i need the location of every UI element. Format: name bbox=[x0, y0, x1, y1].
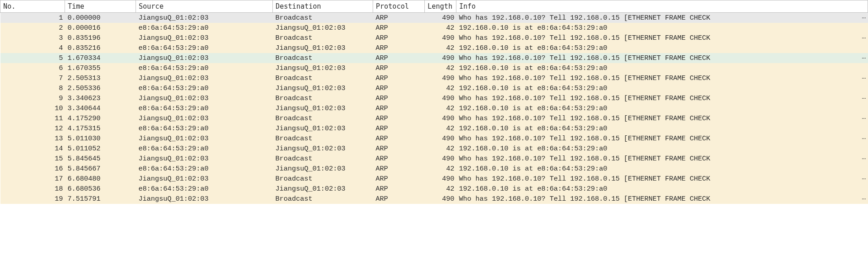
cell-source: JiangsuQ_01:02:03 bbox=[136, 93, 273, 103]
cell-protocol: ARP bbox=[373, 113, 425, 123]
cell-time: 0.835196 bbox=[65, 33, 136, 43]
column-header-length[interactable]: Length bbox=[425, 0, 456, 13]
cell-info: Who has 192.168.0.10? Tell 192.168.0.15 … bbox=[456, 13, 868, 23]
table-row[interactable]: 124.175315e8:6a:64:53:29:a0JiangsuQ_01:0… bbox=[0, 123, 868, 133]
cell-length: 490 bbox=[425, 73, 456, 83]
cell-destination: Broadcast bbox=[273, 194, 373, 204]
ellipsis-icon: … bbox=[862, 154, 866, 161]
cell-destination: Broadcast bbox=[273, 53, 373, 63]
cell-destination: Broadcast bbox=[273, 133, 373, 144]
table-row[interactable]: 10.000000JiangsuQ_01:02:03BroadcastARP49… bbox=[0, 13, 868, 23]
table-row[interactable]: 145.011052e8:6a:64:53:29:a0JiangsuQ_01:0… bbox=[0, 144, 868, 154]
cell-source: e8:6a:64:53:29:a0 bbox=[136, 184, 273, 194]
cell-time: 6.680480 bbox=[65, 174, 136, 184]
cell-length: 42 bbox=[425, 184, 456, 194]
table-row[interactable]: 155.845645JiangsuQ_01:02:03BroadcastARP4… bbox=[0, 154, 868, 164]
cell-protocol: ARP bbox=[373, 133, 425, 144]
cell-no: 2 bbox=[0, 23, 65, 33]
cell-protocol: ARP bbox=[373, 174, 425, 184]
cell-time: 5.011052 bbox=[65, 144, 136, 154]
cell-source: e8:6a:64:53:29:a0 bbox=[136, 23, 273, 33]
cell-source: e8:6a:64:53:29:a0 bbox=[136, 103, 273, 113]
cell-info: 192.168.0.10 is at e8:6a:64:53:29:a0 bbox=[456, 144, 868, 154]
cell-destination: Broadcast bbox=[273, 113, 373, 123]
cell-length: 42 bbox=[425, 123, 456, 133]
cell-no: 10 bbox=[0, 103, 65, 113]
cell-info: Who has 192.168.0.10? Tell 192.168.0.15 … bbox=[456, 133, 868, 144]
packet-list-table[interactable]: No. Time Source Destination Protocol Len… bbox=[0, 0, 868, 204]
cell-time: 1.670334 bbox=[65, 53, 136, 63]
cell-no: 14 bbox=[0, 144, 65, 154]
table-row[interactable]: 30.835196JiangsuQ_01:02:03BroadcastARP49… bbox=[0, 33, 868, 43]
cell-destination: JiangsuQ_01:02:03 bbox=[273, 83, 373, 93]
cell-source: e8:6a:64:53:29:a0 bbox=[136, 63, 273, 73]
cell-source: JiangsuQ_01:02:03 bbox=[136, 194, 273, 204]
table-row[interactable]: 135.011030JiangsuQ_01:02:03BroadcastARP4… bbox=[0, 133, 868, 144]
cell-info: 192.168.0.10 is at e8:6a:64:53:29:a0 bbox=[456, 63, 868, 73]
cell-time: 7.515791 bbox=[65, 194, 136, 204]
cell-destination: JiangsuQ_01:02:03 bbox=[273, 43, 373, 53]
cell-destination: Broadcast bbox=[273, 174, 373, 184]
cell-source: JiangsuQ_01:02:03 bbox=[136, 33, 273, 43]
cell-source: JiangsuQ_01:02:03 bbox=[136, 174, 273, 184]
cell-protocol: ARP bbox=[373, 33, 425, 43]
table-row[interactable]: 186.680536e8:6a:64:53:29:a0JiangsuQ_01:0… bbox=[0, 184, 868, 194]
cell-length: 42 bbox=[425, 83, 456, 93]
packet-list-header[interactable]: No. Time Source Destination Protocol Len… bbox=[0, 0, 868, 13]
cell-time: 4.175315 bbox=[65, 123, 136, 133]
cell-no: 7 bbox=[0, 73, 65, 83]
table-row[interactable]: 20.000016e8:6a:64:53:29:a0JiangsuQ_01:02… bbox=[0, 23, 868, 33]
cell-source: e8:6a:64:53:29:a0 bbox=[136, 83, 273, 93]
ellipsis-icon: … bbox=[862, 13, 866, 21]
cell-no: 15 bbox=[0, 154, 65, 164]
column-header-no[interactable]: No. bbox=[0, 0, 65, 13]
cell-source: JiangsuQ_01:02:03 bbox=[136, 53, 273, 63]
table-row[interactable]: 165.845667e8:6a:64:53:29:a0JiangsuQ_01:0… bbox=[0, 164, 868, 174]
cell-info: Who has 192.168.0.10? Tell 192.168.0.15 … bbox=[456, 53, 868, 63]
cell-source: JiangsuQ_01:02:03 bbox=[136, 154, 273, 164]
cell-length: 490 bbox=[425, 194, 456, 204]
table-row[interactable]: 82.505336e8:6a:64:53:29:a0JiangsuQ_01:02… bbox=[0, 83, 868, 93]
table-row[interactable]: 176.680480JiangsuQ_01:02:03BroadcastARP4… bbox=[0, 174, 868, 184]
cell-protocol: ARP bbox=[373, 83, 425, 93]
table-row[interactable]: 40.835216e8:6a:64:53:29:a0JiangsuQ_01:02… bbox=[0, 43, 868, 53]
cell-protocol: ARP bbox=[373, 13, 425, 23]
column-header-source[interactable]: Source bbox=[136, 0, 273, 13]
ellipsis-icon: … bbox=[862, 93, 866, 101]
cell-info: 192.168.0.10 is at e8:6a:64:53:29:a0 bbox=[456, 83, 868, 93]
table-row[interactable]: 197.515791JiangsuQ_01:02:03BroadcastARP4… bbox=[0, 194, 868, 204]
cell-info: 192.168.0.10 is at e8:6a:64:53:29:a0 bbox=[456, 164, 868, 174]
cell-protocol: ARP bbox=[373, 194, 425, 204]
cell-time: 2.505336 bbox=[65, 83, 136, 93]
cell-time: 0.000016 bbox=[65, 23, 136, 33]
ellipsis-icon: … bbox=[862, 133, 866, 141]
cell-time: 3.340623 bbox=[65, 93, 136, 103]
cell-no: 17 bbox=[0, 174, 65, 184]
packet-list-body[interactable]: 10.000000JiangsuQ_01:02:03BroadcastARP49… bbox=[0, 13, 868, 204]
table-row[interactable]: 72.505313JiangsuQ_01:02:03BroadcastARP49… bbox=[0, 73, 868, 83]
cell-destination: JiangsuQ_01:02:03 bbox=[273, 184, 373, 194]
column-header-info[interactable]: Info bbox=[456, 0, 868, 13]
column-header-protocol[interactable]: Protocol bbox=[373, 0, 425, 13]
cell-source: JiangsuQ_01:02:03 bbox=[136, 113, 273, 123]
cell-destination: JiangsuQ_01:02:03 bbox=[273, 63, 373, 73]
cell-no: 19 bbox=[0, 194, 65, 204]
cell-source: e8:6a:64:53:29:a0 bbox=[136, 144, 273, 154]
cell-length: 490 bbox=[425, 174, 456, 184]
cell-no: 13 bbox=[0, 133, 65, 144]
cell-time: 0.835216 bbox=[65, 43, 136, 53]
table-row[interactable]: 61.670355e8:6a:64:53:29:a0JiangsuQ_01:02… bbox=[0, 63, 868, 73]
table-row[interactable]: 93.340623JiangsuQ_01:02:03BroadcastARP49… bbox=[0, 93, 868, 103]
table-row[interactable]: 51.670334JiangsuQ_01:02:03BroadcastARP49… bbox=[0, 53, 868, 63]
cell-source: JiangsuQ_01:02:03 bbox=[136, 133, 273, 144]
cell-no: 5 bbox=[0, 53, 65, 63]
cell-destination: Broadcast bbox=[273, 154, 373, 164]
column-header-destination[interactable]: Destination bbox=[273, 0, 373, 13]
cell-info: Who has 192.168.0.10? Tell 192.168.0.15 … bbox=[456, 113, 868, 123]
cell-destination: Broadcast bbox=[273, 73, 373, 83]
cell-length: 490 bbox=[425, 33, 456, 43]
cell-destination: JiangsuQ_01:02:03 bbox=[273, 23, 373, 33]
table-row[interactable]: 103.340644e8:6a:64:53:29:a0JiangsuQ_01:0… bbox=[0, 103, 868, 113]
table-row[interactable]: 114.175290JiangsuQ_01:02:03BroadcastARP4… bbox=[0, 113, 868, 123]
column-header-time[interactable]: Time bbox=[65, 0, 136, 13]
